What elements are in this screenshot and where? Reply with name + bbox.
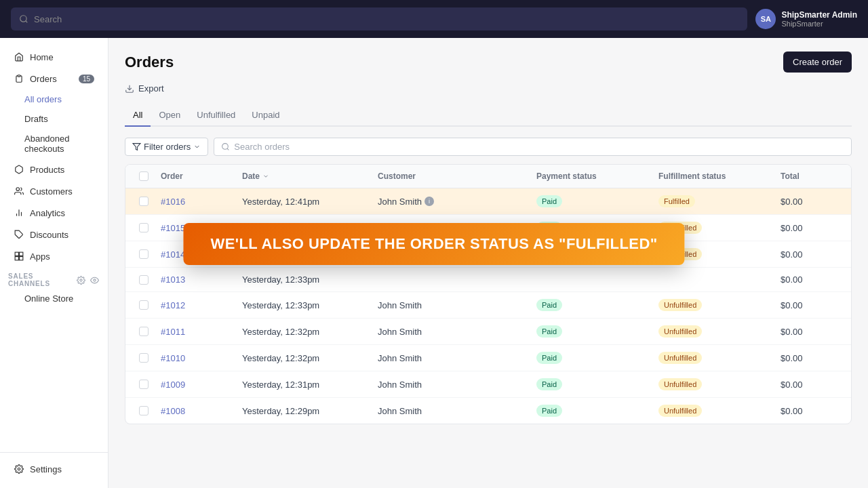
- topbar: SA ShipSmarter Admin ShipSmarter: [0, 0, 868, 38]
- fulfillment-cell: Unfulfilled: [653, 319, 775, 344]
- online-store-label: Online Store: [24, 293, 73, 304]
- row-checkbox[interactable]: [139, 380, 149, 389]
- settings-label: Settings: [30, 464, 62, 474]
- svg-rect-9: [20, 257, 23, 260]
- sidebar-item-all-orders[interactable]: All orders: [5, 90, 102, 108]
- payment-badge: Paid: [536, 405, 562, 417]
- svg-rect-8: [20, 252, 23, 256]
- checkbox-cell[interactable]: [134, 243, 155, 266]
- customer-cell: John Smith: [372, 399, 531, 423]
- order-cell: #1012: [155, 293, 237, 317]
- payment-cell: Paid: [531, 319, 653, 344]
- search-orders-input[interactable]: [234, 142, 844, 152]
- select-all-header[interactable]: [134, 165, 155, 188]
- table-row: #1016 Yesterday, 12:41pm John Smithi Pai…: [125, 188, 851, 215]
- sales-channels-settings-icon[interactable]: [75, 274, 86, 285]
- tab-all[interactable]: All: [125, 104, 151, 127]
- topbar-search-input[interactable]: [34, 14, 739, 24]
- fulfillment-col-header: Fulfillment status: [653, 165, 775, 188]
- customer-cell: John Smith: [372, 346, 531, 370]
- filter-orders-button[interactable]: Filter orders: [125, 138, 208, 156]
- topbar-search-container: [11, 7, 747, 30]
- sidebar-item-discounts[interactable]: Discounts: [5, 224, 102, 245]
- sidebar-item-settings[interactable]: Settings: [5, 459, 102, 479]
- checkbox-cell[interactable]: [134, 320, 155, 343]
- sidebar: Home Orders 15 All orders Drafts Abandon…: [0, 38, 108, 488]
- sidebar-item-products[interactable]: Products: [5, 159, 102, 180]
- checkbox-cell[interactable]: [134, 216, 155, 239]
- order-link[interactable]: #1013: [161, 274, 185, 285]
- date-cell: Yesterday, 12:32pm: [237, 320, 372, 344]
- user-menu[interactable]: SA ShipSmarter Admin ShipSmarter: [755, 9, 857, 29]
- row-checkbox[interactable]: [139, 197, 149, 206]
- table-row: #1011 Yesterday, 12:32pm John Smith Paid…: [125, 319, 851, 345]
- sidebar-item-apps[interactable]: Apps: [5, 246, 102, 266]
- sidebar-item-analytics[interactable]: Analytics: [5, 203, 102, 223]
- row-checkbox[interactable]: [139, 275, 149, 285]
- sidebar-item-drafts[interactable]: Drafts: [5, 110, 102, 128]
- svg-point-12: [93, 279, 95, 281]
- order-col-header: Order: [155, 165, 237, 188]
- order-link[interactable]: #1010: [161, 353, 185, 363]
- row-checkbox[interactable]: [139, 406, 149, 415]
- payment-cell: Paid: [531, 398, 653, 424]
- orders-icon: [14, 73, 24, 84]
- sidebar-item-orders[interactable]: Orders 15: [5, 68, 102, 89]
- svg-point-11: [79, 279, 81, 281]
- create-order-button[interactable]: Create order: [783, 52, 852, 73]
- row-checkbox[interactable]: [139, 300, 149, 310]
- table-row: #1013 Yesterday, 12:33pm $0.00: [125, 268, 851, 292]
- total-cell: $0.00: [775, 293, 843, 317]
- tab-unfulfilled[interactable]: Unfulfilled: [189, 104, 243, 127]
- customer-name: John Smith: [378, 406, 422, 416]
- tab-open[interactable]: Open: [151, 104, 189, 127]
- total-cell: $0.00: [775, 346, 843, 370]
- checkbox-cell[interactable]: [134, 293, 155, 317]
- checkbox-cell[interactable]: [134, 399, 155, 422]
- customer-info: John Smith: [378, 327, 422, 337]
- date-col-header[interactable]: Date: [237, 165, 372, 188]
- table-row: #1012 Yesterday, 12:33pm John Smith Paid…: [125, 292, 851, 319]
- row-checkbox[interactable]: [139, 353, 149, 363]
- order-link[interactable]: #1016: [161, 197, 185, 207]
- checkbox-cell[interactable]: [134, 346, 155, 369]
- sales-channels-view-icon[interactable]: [89, 274, 100, 285]
- table-row: #1010 Yesterday, 12:32pm John Smith Paid…: [125, 345, 851, 371]
- tab-unpaid[interactable]: Unpaid: [243, 104, 288, 127]
- row-checkbox[interactable]: [139, 327, 149, 336]
- sidebar-item-abandoned[interactable]: Abandoned checkouts: [5, 129, 102, 158]
- fulfillment-badge: Unfulfilled: [658, 299, 702, 311]
- order-link[interactable]: #1014: [161, 249, 185, 260]
- sidebar-bottom: Settings: [0, 452, 108, 480]
- fulfillment-badge: Fulfilled: [658, 195, 695, 207]
- svg-point-13: [18, 468, 20, 470]
- abandoned-label: Abandoned checkouts: [24, 134, 94, 154]
- row-checkbox[interactable]: [139, 249, 149, 259]
- order-link[interactable]: #1015: [161, 223, 185, 233]
- export-row[interactable]: Export: [125, 83, 852, 94]
- products-icon: [14, 164, 24, 175]
- payment-badge: Paid: [536, 325, 562, 338]
- order-link[interactable]: #1012: [161, 300, 185, 310]
- sidebar-item-home[interactable]: Home: [5, 47, 102, 67]
- select-all-checkbox[interactable]: [139, 171, 149, 181]
- checkbox-cell[interactable]: [134, 373, 155, 396]
- export-icon: [125, 84, 134, 94]
- sidebar-item-online-store[interactable]: Online Store: [5, 289, 102, 308]
- row-checkbox[interactable]: [139, 223, 149, 232]
- payment-col-header: Payment status: [531, 165, 653, 188]
- order-link[interactable]: #1008: [161, 406, 185, 416]
- payment-badge: Paid: [536, 378, 562, 390]
- orders-table: Order Date Customer Payment status Fulfi…: [125, 164, 852, 424]
- order-link[interactable]: #1011: [161, 327, 185, 337]
- customer-name: John Smith: [378, 353, 422, 363]
- total-cell: $0.00: [775, 268, 843, 291]
- sidebar-item-customers[interactable]: Customers: [5, 181, 102, 201]
- checkbox-cell[interactable]: [134, 268, 155, 291]
- total-cell: $0.00: [775, 216, 843, 240]
- order-link[interactable]: #1009: [161, 380, 185, 390]
- fulfillment-cell: Fulfilled: [653, 188, 775, 214]
- checkbox-cell[interactable]: [134, 190, 155, 213]
- total-col-header: Total: [775, 165, 843, 188]
- total-cell: $0.00: [775, 243, 843, 266]
